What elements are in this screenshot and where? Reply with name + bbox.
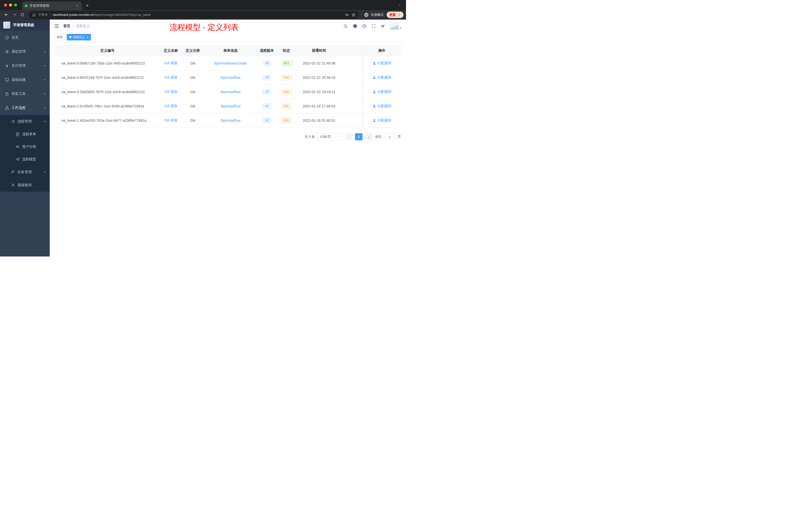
breadcrumb-home[interactable]: 首页	[63, 24, 70, 28]
chevron-up-icon	[43, 120, 46, 123]
browser-tab[interactable]: 芋道管理系统	[22, 1, 82, 10]
back-button[interactable]	[2, 11, 10, 19]
sidebar-item-process-model[interactable]: 流程模型	[0, 153, 50, 165]
incognito-icon	[364, 12, 369, 17]
new-tab-button[interactable]	[84, 2, 91, 9]
definition-category: OA	[181, 85, 204, 99]
logo-avatar	[3, 21, 10, 29]
browser-menu-kebab-icon[interactable]	[398, 13, 401, 17]
assign-rule-button[interactable]: 分配规则	[373, 104, 392, 109]
assign-rule-button[interactable]: 分配规则	[373, 61, 392, 65]
col-header-form: 表单信息	[204, 45, 257, 56]
sidebar-item-user-group[interactable]: 用户分组	[0, 141, 50, 153]
page-unit-label: 页	[398, 134, 401, 139]
pagination-total: 共 5 条	[305, 134, 315, 139]
page-size-select[interactable]: 10条/页	[317, 133, 343, 140]
prev-page-button[interactable]	[345, 133, 352, 140]
sidebar-item-label: 工作流程	[11, 105, 26, 110]
sidebar-item-infrastructure[interactable]: 基础设施	[0, 73, 50, 87]
user-icon	[373, 90, 376, 94]
tag-close-icon[interactable]: ×	[86, 36, 88, 39]
table-row: oa_leave:5:004b710b-7b8a-11ec-8ef0-acde4…	[55, 56, 401, 70]
help-icon[interactable]	[362, 24, 367, 28]
definition-name-link[interactable]: OA 请假	[165, 118, 177, 123]
reload-button[interactable]	[19, 11, 26, 19]
row-filler	[342, 70, 362, 85]
user-avatar[interactable]	[390, 22, 399, 30]
search-icon[interactable]	[344, 24, 348, 28]
sidebar-item-payment-management[interactable]: ¥ 支付管理	[0, 59, 50, 73]
sidebar-item-label: 基础设施	[11, 78, 26, 82]
user-menu[interactable]: ▾	[390, 22, 402, 30]
font-size-icon[interactable]: tT	[381, 24, 385, 28]
breadcrumb-current: 流程定义	[76, 24, 90, 28]
form-link[interactable]: /bpm/oa/flow	[221, 76, 240, 80]
browser-chrome: 芋道管理系统 不安全 dashboard.yudao.iocoder.cn/bp…	[0, 0, 406, 20]
definition-name-link[interactable]: OA 请假	[165, 61, 177, 65]
workflow-icon	[5, 106, 9, 110]
user-group-icon	[16, 145, 20, 149]
deploy-time: 2022-01-22 19:19:11	[296, 85, 342, 99]
sidebar-logo[interactable]: 芋道管理系统	[0, 20, 50, 31]
form-link[interactable]: /bpm/oa/flow	[221, 90, 240, 94]
tab-search-chevron-icon[interactable]	[397, 2, 403, 8]
sidebar-item-system-management[interactable]: 系统管理	[0, 45, 50, 59]
incognito-badge: 无痕模式	[364, 12, 384, 17]
next-page-button[interactable]	[365, 133, 373, 140]
version-tag: v5	[263, 60, 271, 66]
sidebar-item-workflow[interactable]: 工作流程	[0, 101, 50, 115]
sidebar-item-task-management[interactable]: 任务管理	[0, 165, 50, 179]
not-secure-warning-icon	[32, 13, 36, 17]
assign-rule-button[interactable]: 分配规则	[373, 75, 392, 80]
bookmark-star-icon[interactable]	[351, 13, 355, 17]
browser-update-button[interactable]: 更新	[387, 11, 404, 18]
close-window-button[interactable]	[4, 3, 7, 6]
assign-rule-button[interactable]: 分配规则	[373, 118, 392, 123]
definition-name-link[interactable]: OA 请假	[165, 104, 177, 109]
action-label: 分配规则	[377, 75, 392, 80]
sidebar: 芋道管理系统 首页 系统管理 ¥ 支付管理 基础设施 研发工具 工作流	[0, 20, 50, 256]
col-header-version: 流程版本	[257, 45, 277, 56]
sidebar-item-home[interactable]: 首页	[0, 31, 50, 45]
sidebar-collapse-icon[interactable]	[54, 24, 59, 29]
tab-title: 芋道管理系统	[30, 3, 73, 8]
goto-page-input[interactable]	[384, 133, 395, 140]
list-icon	[11, 119, 15, 123]
sidebar-item-process-form[interactable]: 流程表单	[0, 128, 50, 141]
definition-name-link[interactable]: OA 请假	[165, 90, 177, 94]
sidebar-item-label: 研发工具	[11, 92, 26, 96]
password-key-icon[interactable]	[345, 13, 349, 17]
tag-process-definition[interactable]: 流程定义 ×	[67, 34, 91, 40]
form-link[interactable]: /bpm/oa/flow	[221, 104, 240, 108]
url-path: /bpm/manager/definition?key=oa_leave	[94, 13, 151, 17]
col-header-action: 操作	[362, 45, 401, 56]
row-filler	[342, 85, 362, 99]
github-icon[interactable]	[353, 24, 357, 28]
table-row: oa_leave:3:1fad3d93-7b75-11ec-a3c8-acde4…	[55, 85, 401, 99]
sidebar-item-label: 支付管理	[11, 63, 26, 68]
address-bar[interactable]: 不安全 dashboard.yudao.iocoder.cn/bpm/manag…	[29, 11, 359, 19]
sidebar-item-label: 任务管理	[18, 170, 32, 175]
definition-name-link[interactable]: OA 请假	[165, 75, 177, 80]
sidebar-item-process-management[interactable]: 流程管理	[0, 115, 50, 128]
forward-button[interactable]	[10, 11, 18, 19]
security-label[interactable]: 不安全	[38, 12, 48, 17]
status-badge: 挂起	[281, 74, 292, 80]
col-header-deploy-time: 部署时间	[296, 45, 342, 56]
assign-rule-button[interactable]: 分配规则	[373, 90, 392, 94]
col-header-name: 定义名称	[160, 45, 181, 56]
form-link[interactable]: /bpm/oa/leave/create	[214, 61, 247, 65]
form-link[interactable]: /bpm/oa/flow	[221, 118, 240, 122]
row-filler	[342, 99, 362, 113]
sidebar-item-dev-tools[interactable]: 研发工具	[0, 87, 50, 101]
fullscreen-icon[interactable]	[371, 24, 376, 28]
url-text[interactable]: dashboard.yudao.iocoder.cn/bpm/manager/d…	[53, 13, 151, 17]
zoom-window-button[interactable]	[14, 3, 17, 6]
tag-home[interactable]: 首页	[54, 34, 65, 40]
avatar-caret-icon: ▾	[400, 27, 402, 30]
sidebar-item-leave-query[interactable]: 请假查询	[0, 179, 50, 192]
minimize-window-button[interactable]	[9, 3, 12, 6]
tab-close-icon[interactable]	[75, 3, 79, 8]
page-number-button[interactable]: 1	[355, 133, 362, 140]
paper-plane-icon	[16, 157, 20, 161]
